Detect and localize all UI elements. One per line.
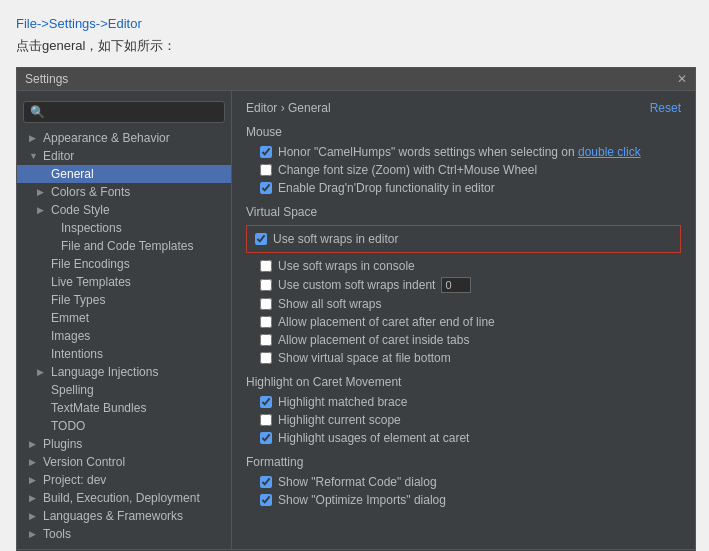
usages-caret-checkbox[interactable]: [260, 432, 272, 444]
close-icon[interactable]: ✕: [677, 72, 687, 86]
custom-soft-wraps-label: Use custom soft wraps indent: [278, 278, 435, 292]
caret-end-label: Allow placement of caret after end of li…: [278, 315, 495, 329]
double-click-link[interactable]: double click: [578, 145, 641, 159]
sidebar-item-label-version-control: Version Control: [43, 455, 125, 469]
sidebar-item-editor[interactable]: ▼Editor: [17, 147, 231, 165]
sidebar-item-appearance-behavior[interactable]: ▶Appearance & Behavior: [17, 129, 231, 147]
sidebar-item-label-language-injections: Language Injections: [51, 365, 158, 379]
caret-tabs-checkbox[interactable]: [260, 334, 272, 346]
matched-brace-checkbox[interactable]: [260, 396, 272, 408]
sidebar-item-live-templates[interactable]: Live Templates: [17, 273, 231, 291]
soft-wraps-label: Use soft wraps in editor: [273, 232, 398, 246]
option-caret-end: Allow placement of caret after end of li…: [246, 313, 681, 331]
language-injections-arrow-icon: ▶: [37, 367, 47, 377]
sidebar-item-tools[interactable]: ▶Tools: [17, 525, 231, 543]
dragdrop-label: Enable Drag'n'Drop functionality in edit…: [278, 181, 495, 195]
version-control-arrow-icon: ▶: [29, 457, 39, 467]
optimize-imports-checkbox[interactable]: [260, 494, 272, 506]
optimize-imports-label: Show "Optimize Imports" dialog: [278, 493, 446, 507]
option-caret-tabs: Allow placement of caret inside tabs: [246, 331, 681, 349]
sidebar-item-languages-frameworks[interactable]: ▶Languages & Frameworks: [17, 507, 231, 525]
dialog-title: Settings: [25, 72, 68, 86]
sidebar-item-inspections[interactable]: Inspections: [17, 219, 231, 237]
highlight-caret-label: Highlight on Caret Movement: [246, 375, 681, 389]
show-all-soft-label: Show all soft wraps: [278, 297, 381, 311]
option-matched-brace: Highlight matched brace: [246, 393, 681, 411]
indent-input[interactable]: [441, 277, 471, 293]
sidebar-item-general[interactable]: General: [17, 165, 231, 183]
sidebar-item-project-dev[interactable]: ▶Project: dev: [17, 471, 231, 489]
sidebar-item-file-code-templates[interactable]: File and Code Templates: [17, 237, 231, 255]
sidebar-item-spelling[interactable]: Spelling: [17, 381, 231, 399]
sidebar: ▶Appearance & Behavior▼EditorGeneral▶Col…: [17, 91, 232, 549]
sidebar-item-label-colors-fonts: Colors & Fonts: [51, 185, 130, 199]
tools-arrow-icon: ▶: [29, 529, 39, 539]
sidebar-item-label-emmet: Emmet: [51, 311, 89, 325]
sidebar-item-todo[interactable]: TODO: [17, 417, 231, 435]
sidebar-item-label-images: Images: [51, 329, 90, 343]
reformat-dialog-label: Show "Reformat Code" dialog: [278, 475, 437, 489]
current-scope-checkbox[interactable]: [260, 414, 272, 426]
sidebar-item-label-spelling: Spelling: [51, 383, 94, 397]
dialog-titlebar: Settings ✕: [17, 68, 695, 91]
content-title: Editor › General: [246, 101, 331, 115]
option-zoom: Change font size (Zoom) with Ctrl+Mouse …: [246, 161, 681, 179]
zoom-checkbox[interactable]: [260, 164, 272, 176]
sidebar-item-label-file-code-templates: File and Code Templates: [61, 239, 194, 253]
colors-fonts-arrow-icon: ▶: [37, 187, 47, 197]
sidebar-item-intentions[interactable]: Intentions: [17, 345, 231, 363]
zoom-label: Change font size (Zoom) with Ctrl+Mouse …: [278, 163, 537, 177]
sidebar-item-file-encodings[interactable]: File Encodings: [17, 255, 231, 273]
sidebar-item-textmate-bundles[interactable]: TextMate Bundles: [17, 399, 231, 417]
sidebar-item-label-tools: Tools: [43, 527, 71, 541]
reformat-dialog-checkbox[interactable]: [260, 476, 272, 488]
sidebar-item-version-control[interactable]: ▶Version Control: [17, 453, 231, 471]
sidebar-item-build-execution[interactable]: ▶Build, Execution, Deployment: [17, 489, 231, 507]
editor-arrow-icon: ▼: [29, 151, 39, 161]
appearance-behavior-arrow-icon: ▶: [29, 133, 39, 143]
caret-tabs-label: Allow placement of caret inside tabs: [278, 333, 469, 347]
option-optimize-imports: Show "Optimize Imports" dialog: [246, 491, 681, 509]
option-camelhumps: Honor "CamelHumps" words settings when s…: [246, 143, 681, 161]
sidebar-item-label-editor: Editor: [43, 149, 74, 163]
sidebar-item-plugins[interactable]: ▶Plugins: [17, 435, 231, 453]
sidebar-item-label-code-style: Code Style: [51, 203, 110, 217]
sidebar-item-code-style[interactable]: ▶Code Style: [17, 201, 231, 219]
sidebar-item-label-file-types: File Types: [51, 293, 105, 307]
option-dragdrop: Enable Drag'n'Drop functionality in edit…: [246, 179, 681, 197]
sidebar-item-emmet[interactable]: Emmet: [17, 309, 231, 327]
soft-wraps-checkbox[interactable]: [255, 233, 267, 245]
sidebar-item-label-intentions: Intentions: [51, 347, 103, 361]
reset-button[interactable]: Reset: [650, 101, 681, 115]
languages-frameworks-arrow-icon: ▶: [29, 511, 39, 521]
option-virtual-bottom: Show virtual space at file bottom: [246, 349, 681, 367]
virtual-bottom-checkbox[interactable]: [260, 352, 272, 364]
plugins-arrow-icon: ▶: [29, 439, 39, 449]
sidebar-item-label-textmate-bundles: TextMate Bundles: [51, 401, 146, 415]
breadcrumb: File->Settings->Editor: [16, 16, 693, 31]
sidebar-item-file-types[interactable]: File Types: [17, 291, 231, 309]
project-dev-arrow-icon: ▶: [29, 475, 39, 485]
camelhumps-checkbox[interactable]: [260, 146, 272, 158]
sidebar-item-label-languages-frameworks: Languages & Frameworks: [43, 509, 183, 523]
option-current-scope: Highlight current scope: [246, 411, 681, 429]
show-all-soft-checkbox[interactable]: [260, 298, 272, 310]
sidebar-item-colors-fonts[interactable]: ▶Colors & Fonts: [17, 183, 231, 201]
main-content: Editor › General Reset Mouse Honor "Came…: [232, 91, 695, 549]
dragdrop-checkbox[interactable]: [260, 182, 272, 194]
search-input[interactable]: [23, 101, 225, 123]
caret-end-checkbox[interactable]: [260, 316, 272, 328]
sidebar-item-label-general: General: [51, 167, 94, 181]
option-soft-wraps-editor: Use soft wraps in editor: [255, 230, 672, 248]
content-header: Editor › General Reset: [246, 101, 681, 115]
custom-soft-wraps-checkbox[interactable]: [260, 279, 272, 291]
soft-wraps-console-checkbox[interactable]: [260, 260, 272, 272]
sidebar-item-images[interactable]: Images: [17, 327, 231, 345]
sidebar-item-language-injections[interactable]: ▶Language Injections: [17, 363, 231, 381]
usages-caret-label: Highlight usages of element at caret: [278, 431, 469, 445]
mouse-section-label: Mouse: [246, 125, 681, 139]
option-reformat-dialog: Show "Reformat Code" dialog: [246, 473, 681, 491]
option-usages-caret: Highlight usages of element at caret: [246, 429, 681, 447]
option-show-all-soft: Show all soft wraps: [246, 295, 681, 313]
sidebar-item-label-inspections: Inspections: [61, 221, 122, 235]
